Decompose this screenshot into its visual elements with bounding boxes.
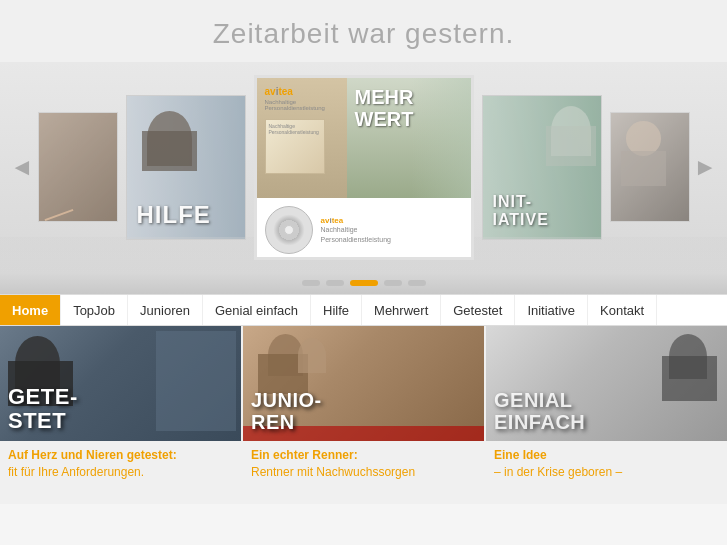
dot-1[interactable] [302,280,320,286]
dot-2[interactable] [326,280,344,286]
avitea-logo: avitea [265,86,339,97]
cd-avitea-label: avitea [321,216,391,225]
card-getestet-text: Auf Herz und Nieren getestet: fit für Ih… [0,441,241,485]
carousel-area: ◄ HILFE avitea [0,62,727,272]
cards-area: GETE-STET Auf Herz und Nieren getestet: … [0,326,727,504]
dot-4[interactable] [384,280,402,286]
dots-area [0,272,727,294]
mehr-wert-text: MEHR WERT [355,86,414,130]
carousel-arrow-left[interactable]: ◄ [10,153,34,181]
nav-genial[interactable]: Genial einfach [203,295,311,325]
carousel-arrow-right[interactable]: ► [693,153,717,181]
card-junioren-overlay: JUNIO-REN [251,389,322,433]
card-junioren-img: JUNIO-REN [243,326,484,441]
nav-getestet[interactable]: Getestet [441,295,515,325]
card-genial-overlay: GENIALEINFACH [494,389,585,433]
cd-disc [265,206,313,254]
card-getestet-overlay: GETE-STET [8,385,78,433]
card-getestet[interactable]: GETE-STET Auf Herz und Nieren getestet: … [0,326,243,504]
carousel-panel-right[interactable]: INIT-IATIVE [482,95,602,240]
carousel-panel-left[interactable]: HILFE [126,95,246,240]
nav-home[interactable]: Home [0,295,61,325]
tagline-section: Zeitarbeit war gestern. [0,0,727,62]
navbar: Home TopJob Junioren Genial einfach Hilf… [0,294,727,326]
nav-kontakt[interactable]: Kontakt [588,295,657,325]
card-genial-text: Eine Idee – in der Krise geboren – [486,441,727,485]
tagline: Zeitarbeit war gestern. [213,18,515,49]
nav-hilfe[interactable]: Hilfe [311,295,362,325]
card-genial[interactable]: GENIALEINFACH Eine Idee – in der Krise g… [486,326,727,504]
nav-mehrwert[interactable]: Mehrwert [362,295,441,325]
card-junioren-text: Ein echter Renner: Rentner mit Nachwuchs… [243,441,484,485]
nav-topjob[interactable]: TopJob [61,295,128,325]
dot-3-active[interactable] [350,280,378,286]
cd-description: NachhaltigePersonaldienstleistung [321,225,391,245]
carousel-panel-center[interactable]: avitea NachhaltigePersonaldienstleistung… [254,75,474,260]
carousel-panel-far-left[interactable] [38,112,118,222]
brochure-text: Nachhaltige Personaldienstleistung [269,123,321,135]
nav-initiative[interactable]: Initiative [515,295,588,325]
nav-junioren[interactable]: Junioren [128,295,203,325]
panel-initiative-text: INIT-IATIVE [493,193,549,229]
card-genial-img: GENIALEINFACH [486,326,727,441]
card-junioren[interactable]: JUNIO-REN Ein echter Renner: Rentner mit… [243,326,486,504]
center-subtitle: NachhaltigePersonaldienstleistung [265,99,339,111]
carousel-panel-far-right[interactable] [610,112,690,222]
card-getestet-img: GETE-STET [0,326,241,441]
dot-5[interactable] [408,280,426,286]
panel-hilfe-text: HILFE [137,201,211,229]
